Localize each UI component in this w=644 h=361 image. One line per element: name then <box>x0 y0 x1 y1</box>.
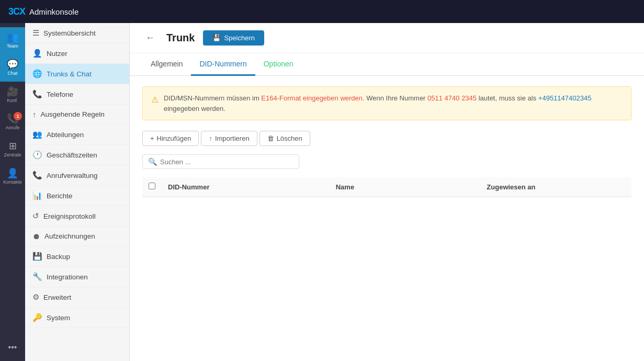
sidebar-item-aufzeichnungen[interactable]: ⏺ Aufzeichnungen <box>25 227 129 246</box>
sidebar-item-erweitert[interactable]: ⚙ Erweitert <box>25 287 129 308</box>
delete-button[interactable]: 🗑 Löschen <box>259 131 310 146</box>
th-name: Name <box>330 177 481 197</box>
add-label: Hinzufügen <box>157 134 191 142</box>
tabs-bar: Allgemein DID-Nummern Optionen <box>130 53 644 76</box>
systemuebersicht-icon: ☰ <box>32 28 39 38</box>
sidebar-item-integrationen[interactable]: 🔧 Integrationen <box>25 267 129 287</box>
anrufe-label: Anrufe <box>6 125 20 131</box>
konf-icon: 🎥 <box>7 87 18 96</box>
chat-icon: 💬 <box>7 60 18 69</box>
th-zugewiesen-label: Zugewiesen an <box>487 183 535 191</box>
search-input[interactable] <box>160 158 293 166</box>
sidebar-item-geschaeftszeiten[interactable]: 🕐 Geschäftszeiten <box>25 145 129 165</box>
tab-content: ⚠ DID/MSN-Nummern müssen im E164-Format … <box>130 76 644 361</box>
iconbar-item-anrufe[interactable]: 📞 Anrufe 1 <box>0 109 25 136</box>
brand: 3CX Adminkonsole <box>8 6 78 17</box>
sidebar-label-anrufverwaltung: Anrufverwaltung <box>47 172 98 179</box>
sidebar-item-nutzer[interactable]: 👤 Nutzer <box>25 43 129 64</box>
table-header-row: DID-Nummer Name Zugewiesen an <box>142 177 631 197</box>
import-label: Importieren <box>215 134 250 142</box>
iconbar-item-kontakte[interactable]: 👤 Kontakte <box>0 163 25 190</box>
tab-did-nummern[interactable]: DID-Nummern <box>191 53 255 76</box>
sidebar-label-trunks-chat: Trunks & Chat <box>47 70 92 78</box>
th-checkbox <box>142 177 162 197</box>
search-bar: 🔍 <box>142 154 299 169</box>
import-button[interactable]: ↑ Importieren <box>201 131 257 146</box>
aufzeichnungen-icon: ⏺ <box>32 232 40 241</box>
th-zugewiesen: Zugewiesen an <box>480 177 631 197</box>
sidebar: ☰ Systemübersicht 👤 Nutzer 🌐 Trunks & Ch… <box>25 23 130 361</box>
sidebar-label-erweitert: Erweitert <box>43 294 71 301</box>
anrufverwaltung-icon: 📞 <box>32 171 42 180</box>
berichte-icon: 📊 <box>32 191 42 200</box>
geschaeftszeiten-icon: 🕐 <box>32 150 42 160</box>
sidebar-item-telefone[interactable]: 📞 Telefone <box>25 84 129 105</box>
sidebar-label-aufzeichnungen: Aufzeichnungen <box>44 232 95 240</box>
icon-bar: 👥 Team 💬 Chat 🎥 Konf. 📞 Anrufe 1 ⊞ Zentr… <box>0 23 25 361</box>
sidebar-item-ausgehende-regeln[interactable]: ↑ Ausgehende Regeln <box>25 105 129 125</box>
tab-allgemein[interactable]: Allgemein <box>142 53 191 76</box>
sidebar-item-ereignisprotokoll[interactable]: ↺ Ereignisprotokoll <box>25 206 129 227</box>
th-name-label: Name <box>336 183 354 191</box>
sidebar-label-integrationen: Integrationen <box>47 273 88 281</box>
iconbar-item-team[interactable]: 👥 Team <box>0 27 25 54</box>
content-area: ← Trunk 💾 Speichern Allgemein DID-Nummer… <box>130 23 644 361</box>
main-layout: 👥 Team 💬 Chat 🎥 Konf. 📞 Anrufe 1 ⊞ Zentr… <box>0 23 644 361</box>
back-button[interactable]: ← <box>142 31 158 44</box>
zentrale-icon: ⊞ <box>9 141 17 151</box>
telefone-icon: 📞 <box>32 89 42 99</box>
sidebar-item-berichte[interactable]: 📊 Berichte <box>25 186 129 206</box>
sidebar-item-trunks-chat[interactable]: 🌐 Trunks & Chat <box>25 64 129 84</box>
save-button[interactable]: 💾 Speichern <box>203 30 264 46</box>
content-header: ← Trunk 💾 Speichern <box>130 23 644 53</box>
import-icon: ↑ <box>209 134 212 142</box>
sidebar-label-nutzer: Nutzer <box>47 50 67 58</box>
warning-formatted: +4951147402345 <box>538 94 592 102</box>
zentrale-label: Zentrale <box>4 152 21 158</box>
ereignis-icon: ↺ <box>32 211 39 221</box>
warning-text: DID/MSN-Nummern müssen im E164-Format ei… <box>164 93 623 114</box>
delete-icon: 🗑 <box>267 134 274 142</box>
anrufe-badge: 1 <box>14 112 22 120</box>
system-icon: 🔑 <box>32 313 42 322</box>
kontakte-icon: 👤 <box>7 168 18 178</box>
team-icon: 👥 <box>7 32 18 42</box>
warning-example: 0511 4740 2345 <box>427 94 477 102</box>
iconbar-more[interactable]: ••• <box>0 338 25 357</box>
th-did-label: DID-Nummer <box>168 183 209 191</box>
sidebar-label-ausgehende-regeln: Ausgehende Regeln <box>41 110 105 118</box>
save-icon: 💾 <box>212 34 221 42</box>
iconbar-item-zentrale[interactable]: ⊞ Zentrale <box>0 136 25 163</box>
abteilungen-icon: 👥 <box>32 130 42 139</box>
sidebar-item-system[interactable]: 🔑 System <box>25 308 129 328</box>
delete-label: Löschen <box>277 134 302 142</box>
backup-icon: 💾 <box>32 252 42 261</box>
tab-optionen[interactable]: Optionen <box>255 53 302 76</box>
search-icon: 🔍 <box>148 157 157 166</box>
trunks-icon: 🌐 <box>32 69 42 78</box>
sidebar-label-ereignisprotokoll: Ereignisprotokoll <box>43 212 96 220</box>
th-did-nummer: DID-Nummer <box>162 177 330 197</box>
nutzer-icon: 👤 <box>32 49 42 58</box>
save-label: Speichern <box>224 34 255 42</box>
erweitert-icon: ⚙ <box>32 292 39 302</box>
iconbar-item-konf[interactable]: 🎥 Konf. <box>0 82 25 109</box>
iconbar-item-chat[interactable]: 💬 Chat <box>0 54 25 82</box>
sidebar-item-anrufverwaltung[interactable]: 📞 Anrufverwaltung <box>25 165 129 186</box>
sidebar-label-abteilungen: Abteilungen <box>47 131 84 139</box>
brand-logo: 3CX <box>8 6 25 17</box>
chat-label: Chat <box>7 71 17 76</box>
page-title: Trunk <box>166 32 195 44</box>
brand-title: Adminkonsole <box>29 7 78 16</box>
tab-optionen-label: Optionen <box>264 60 293 68</box>
kontakte-label: Kontakte <box>3 179 22 185</box>
tab-allgemein-label: Allgemein <box>151 60 183 68</box>
warning-icon: ⚠ <box>151 94 159 106</box>
sidebar-item-abteilungen[interactable]: 👥 Abteilungen <box>25 125 129 145</box>
warning-format: E164-Format eingegeben werden. <box>261 94 364 102</box>
select-all-checkbox[interactable] <box>149 183 155 189</box>
toolbar: + Hinzufügen ↑ Importieren 🗑 Löschen <box>142 131 631 146</box>
add-button[interactable]: + Hinzufügen <box>142 131 199 146</box>
sidebar-item-systemuebersicht[interactable]: ☰ Systemübersicht <box>25 23 129 43</box>
sidebar-item-backup[interactable]: 💾 Backup <box>25 246 129 267</box>
